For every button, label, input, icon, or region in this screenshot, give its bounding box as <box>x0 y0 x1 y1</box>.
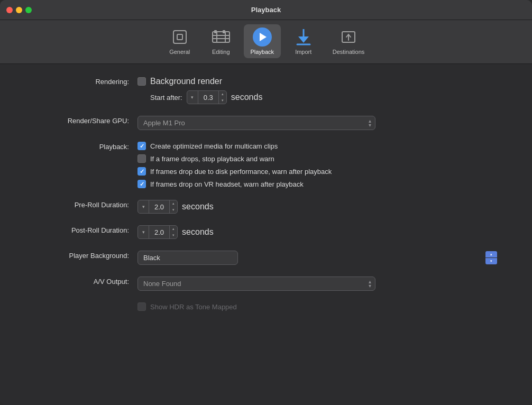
playback-label: Playback <box>250 49 274 55</box>
editing-icon <box>212 27 231 47</box>
rendering-label: Rendering: <box>32 77 137 86</box>
vrheadset-checkbox[interactable] <box>137 180 146 188</box>
destinations-label: Destinations <box>333 49 365 55</box>
titlebar: Playback <box>0 0 532 20</box>
toolbar-item-destinations[interactable]: Destinations <box>326 24 371 58</box>
svg-rect-7 <box>214 30 217 33</box>
preroll-seconds: seconds <box>182 202 214 211</box>
framedrop-label: If a frame drops, stop playback and warn <box>150 155 274 163</box>
render-gpu-label: Render/Share GPU: <box>32 116 137 125</box>
player-bg-down-arrow[interactable]: ▾ <box>485 258 497 264</box>
playback-option-0: Create optimized media for multicam clip… <box>137 142 500 150</box>
postroll-row: Post-Roll Duration: ▾ 2.0 ▴ ▾ seconds <box>32 225 500 239</box>
show-hdr-row: Show HDR as Tone Mapped <box>32 302 500 311</box>
diskperf-label: If frames drop due to disk performance, … <box>150 168 332 176</box>
player-bg-arrows: ▴ ▾ <box>485 251 497 264</box>
postroll-up[interactable]: ▴ <box>170 226 177 232</box>
playback-icon <box>253 27 272 47</box>
render-gpu-control: Apple M1 Pro ▴ ▾ <box>137 116 500 130</box>
player-bg-select[interactable]: Black White Gray <box>137 251 238 265</box>
start-after-up[interactable]: ▴ <box>219 91 226 97</box>
av-output-control: None Found ▴ ▾ <box>137 277 500 291</box>
general-icon <box>170 27 189 47</box>
minimize-button[interactable] <box>16 7 22 13</box>
show-hdr-checkbox-row: Show HDR as Tone Mapped <box>137 302 500 311</box>
render-gpu-row: Render/Share GPU: Apple M1 Pro ▴ ▾ <box>32 116 500 130</box>
window: Playback General <box>0 0 532 405</box>
import-label: Import <box>295 49 311 55</box>
start-after-seconds: seconds <box>231 93 263 102</box>
show-hdr-control: Show HDR as Tone Mapped <box>137 302 500 311</box>
postroll-down[interactable]: ▾ <box>138 226 149 238</box>
av-output-label: A/V Output: <box>32 277 137 286</box>
playback-label-text: Playback: <box>32 142 137 151</box>
start-after-down[interactable]: ▾ <box>187 91 198 104</box>
editing-label: Editing <box>212 49 230 55</box>
preroll-down2[interactable]: ▾ <box>170 207 177 213</box>
postroll-down2[interactable]: ▾ <box>170 232 177 238</box>
svg-rect-0 <box>173 31 186 43</box>
maximize-button[interactable] <box>25 7 32 13</box>
playback-option-2: If frames drop due to disk performance, … <box>137 167 500 176</box>
preroll-control: ▾ 2.0 ▴ ▾ seconds <box>137 200 500 214</box>
player-bg-up-arrow[interactable]: ▴ <box>485 251 497 257</box>
close-button[interactable] <box>6 7 13 13</box>
postroll-value: 2.0 <box>149 226 170 238</box>
toolbar-item-editing[interactable]: Editing <box>203 24 240 58</box>
svg-rect-1 <box>177 34 182 40</box>
toolbar: General Editing Playback <box>0 20 532 64</box>
diskperf-checkbox[interactable] <box>137 167 146 176</box>
player-bg-control: Black White Gray ▴ ▾ <box>137 251 500 265</box>
multicam-label: Create optimized media for multicam clip… <box>150 142 278 150</box>
background-render-checkbox[interactable] <box>137 77 146 86</box>
player-bg-row: Player Background: Black White Gray ▴ ▾ <box>32 251 500 265</box>
postroll-control: ▾ 2.0 ▴ ▾ seconds <box>137 225 500 239</box>
playback-option-1: If a frame drops, stop playback and warn <box>137 154 500 163</box>
player-bg-arrow-pair: ▴ ▾ <box>485 251 497 264</box>
preroll-down[interactable]: ▾ <box>138 200 149 213</box>
destinations-icon <box>339 27 358 47</box>
playback-option-3: If frames drop on VR headset, warn after… <box>137 180 500 188</box>
preroll-value: 2.0 <box>149 200 170 213</box>
svg-marker-10 <box>298 36 309 43</box>
start-after-value: 0.3 <box>198 91 219 104</box>
toolbar-item-general[interactable]: General <box>161 24 198 58</box>
postroll-seconds: seconds <box>182 227 214 237</box>
general-label: General <box>169 49 190 55</box>
svg-rect-8 <box>223 30 225 33</box>
preroll-up-container: ▴ ▾ <box>170 200 177 213</box>
playback-options: Create optimized media for multicam clip… <box>137 142 500 188</box>
postroll-label: Post-Roll Duration: <box>32 225 137 234</box>
show-hdr-checkbox[interactable] <box>137 302 146 311</box>
preroll-label: Pre-Roll Duration: <box>32 200 137 209</box>
vrheadset-label: If frames drop on VR headset, warn after… <box>150 180 304 188</box>
content-area: Rendering: Background render Start after… <box>0 64 532 405</box>
multicam-checkbox[interactable] <box>137 142 146 150</box>
player-bg-label: Player Background: <box>32 251 137 260</box>
player-bg-select-wrapper: Black White Gray ▴ ▾ <box>137 251 500 265</box>
framedrop-checkbox[interactable] <box>137 154 146 163</box>
playback-row: Playback: Create optimized media for mul… <box>32 142 500 188</box>
av-output-row: A/V Output: None Found ▴ ▾ <box>32 277 500 291</box>
show-hdr-empty-label <box>32 302 137 303</box>
postroll-stepper[interactable]: ▾ 2.0 ▴ ▾ <box>137 225 178 239</box>
preroll-row: Pre-Roll Duration: ▾ 2.0 ▴ ▾ seconds <box>32 200 500 214</box>
rendering-control: Background render Start after: ▾ 0.3 ▴ ▾… <box>137 77 500 104</box>
render-gpu-select[interactable]: Apple M1 Pro <box>137 116 375 130</box>
preroll-up[interactable]: ▴ <box>170 200 177 207</box>
window-title: Playback <box>251 6 281 14</box>
bg-render-row: Background render <box>137 77 500 86</box>
av-output-select[interactable]: None Found <box>137 277 375 291</box>
traffic-lights <box>6 7 32 13</box>
render-gpu-select-wrapper: Apple M1 Pro ▴ ▾ <box>137 116 375 130</box>
start-after-row: Start after: ▾ 0.3 ▴ ▾ seconds <box>137 90 500 104</box>
toolbar-item-import[interactable]: Import <box>285 24 322 58</box>
start-after-up-container: ▴ ▾ <box>219 91 226 104</box>
start-after-down2[interactable]: ▾ <box>219 97 226 104</box>
background-render-label: Background render <box>150 77 222 86</box>
toolbar-item-playback[interactable]: Playback <box>244 24 281 58</box>
import-icon <box>294 27 313 47</box>
av-output-select-wrapper: None Found ▴ ▾ <box>137 277 375 291</box>
start-after-stepper[interactable]: ▾ 0.3 ▴ ▾ <box>187 90 227 104</box>
preroll-stepper[interactable]: ▾ 2.0 ▴ ▾ <box>137 200 178 214</box>
